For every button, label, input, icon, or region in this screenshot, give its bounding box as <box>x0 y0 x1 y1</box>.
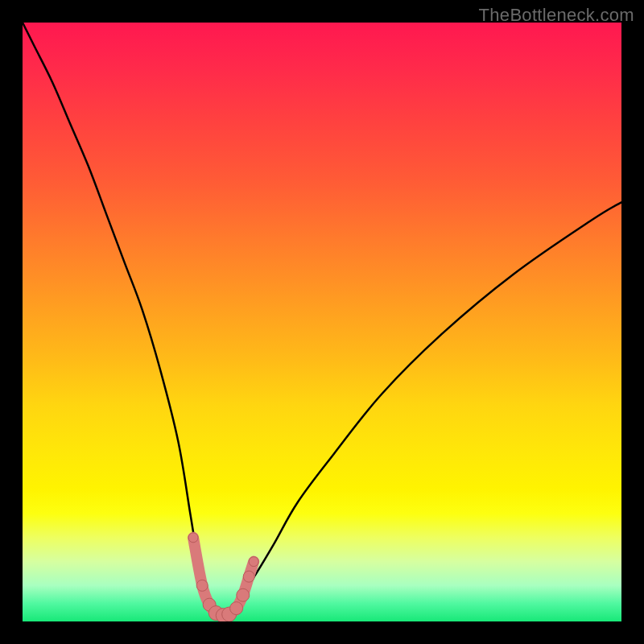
marker-group <box>188 533 258 621</box>
bottleneck-curve <box>23 23 621 617</box>
marker-dot <box>230 602 243 615</box>
chart-svg <box>23 23 621 621</box>
marker-dot <box>249 557 258 567</box>
marker-dot <box>237 588 250 601</box>
plot-area <box>23 23 621 621</box>
marker-dot <box>243 571 254 582</box>
marker-dot <box>196 580 208 591</box>
watermark-text: TheBottleneck.com <box>479 5 634 26</box>
marker-dot <box>188 533 198 543</box>
chart-frame: TheBottleneck.com <box>0 0 644 644</box>
